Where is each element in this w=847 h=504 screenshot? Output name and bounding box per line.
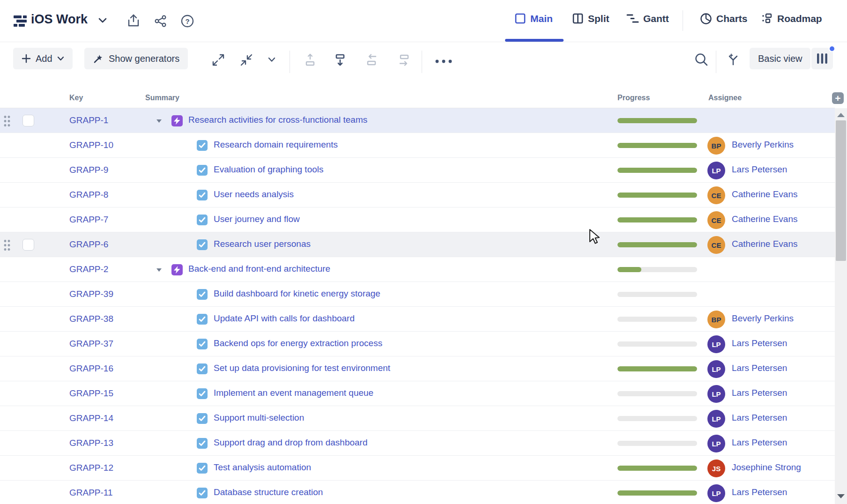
issue-summary[interactable]: Evaluation of graphing tools [214, 164, 324, 175]
issue-key[interactable]: GRAPP-13 [69, 438, 113, 448]
avatar[interactable]: LP [707, 484, 725, 502]
issue-summary[interactable]: Database structure creation [214, 487, 323, 497]
assignee-name[interactable]: Lars Petersen [732, 338, 787, 348]
table-row[interactable]: GRAPP-8 User needs analysis CE Catherine… [0, 183, 835, 208]
columns-button[interactable] [811, 48, 833, 69]
transformations-icon[interactable] [726, 52, 740, 67]
issue-summary[interactable]: Support multi-selection [214, 413, 304, 423]
issue-summary[interactable]: Research activities for cross-functional… [188, 115, 367, 125]
view-selector-button[interactable]: Basic view [750, 48, 810, 69]
show-generators-button[interactable]: Show generators [84, 48, 188, 69]
issue-summary[interactable]: Research user personas [214, 239, 311, 249]
issue-key[interactable]: GRAPP-8 [69, 190, 108, 200]
table-row[interactable]: GRAPP-16 Set up data provisioning for te… [0, 356, 835, 381]
avatar[interactable]: CE [707, 211, 725, 229]
outdent-icon[interactable] [365, 53, 379, 67]
table-row[interactable]: GRAPP-39 Build dashboard for kinetic ene… [0, 282, 835, 307]
issue-summary[interactable]: Build dashboard for kinetic energy stora… [214, 289, 380, 299]
avatar[interactable]: LP [707, 410, 725, 428]
tab-roadmap[interactable]: Roadmap [761, 13, 822, 24]
issue-key[interactable]: GRAPP-16 [69, 363, 113, 374]
chevron-down-icon[interactable] [156, 119, 163, 124]
table-row[interactable]: GRAPP-14 Support multi-selection LP Lars… [0, 406, 835, 431]
drag-handle-icon[interactable] [3, 115, 11, 127]
issue-key[interactable]: GRAPP-12 [69, 463, 113, 473]
table-row[interactable]: GRAPP-1 Research activities for cross-fu… [0, 108, 835, 133]
avatar[interactable]: LP [707, 360, 725, 378]
issue-key[interactable]: GRAPP-15 [69, 388, 113, 399]
assignee-name[interactable]: Lars Petersen [732, 413, 787, 423]
issue-summary[interactable]: Test analysis automation [214, 462, 311, 473]
column-header-summary[interactable]: Summary [145, 94, 179, 102]
table-row[interactable]: GRAPP-12 Test analysis automation JS Jos… [0, 456, 835, 481]
tab-main[interactable]: Main [514, 13, 553, 24]
assignee-name[interactable]: Lars Petersen [732, 437, 787, 448]
chevron-down-icon[interactable] [98, 18, 107, 23]
table-row[interactable]: GRAPP-13 Support drag and drop from dash… [0, 431, 835, 456]
avatar[interactable]: JS [707, 460, 725, 477]
tab-gantt[interactable]: Gantt [626, 13, 669, 24]
add-button[interactable]: Add [13, 48, 73, 69]
avatar[interactable]: LP [707, 435, 725, 452]
table-row[interactable]: GRAPP-11 Database structure creation LP … [0, 481, 835, 504]
assignee-name[interactable]: Lars Petersen [732, 363, 787, 373]
avatar[interactable]: BP [707, 311, 725, 328]
issue-key[interactable]: GRAPP-9 [69, 165, 108, 175]
row-select-checkbox[interactable] [22, 115, 34, 126]
vertical-scrollbar[interactable] [835, 108, 847, 504]
assignee-name[interactable]: Lars Petersen [732, 487, 787, 497]
avatar[interactable]: LP [707, 385, 725, 403]
issue-key[interactable]: GRAPP-11 [69, 488, 113, 498]
scroll-down-arrow-icon[interactable] [837, 494, 845, 498]
search-icon[interactable] [694, 52, 708, 67]
more-options-icon[interactable] [435, 59, 453, 64]
share-icon[interactable] [155, 15, 167, 27]
help-icon[interactable]: ? [181, 15, 194, 28]
assignee-name[interactable]: Beverly Perkins [732, 140, 794, 150]
indent-icon[interactable] [397, 53, 410, 67]
issue-key[interactable]: GRAPP-7 [69, 215, 108, 225]
issue-key[interactable]: GRAPP-2 [69, 264, 108, 274]
expand-all-icon[interactable] [212, 53, 225, 67]
tab-split[interactable]: Split [572, 13, 609, 24]
structure-title[interactable]: iOS Work [31, 12, 88, 27]
avatar[interactable]: LP [707, 335, 725, 353]
assignee-name[interactable]: Catherine Evans [732, 214, 797, 224]
column-header-assignee[interactable]: Assignee [708, 94, 742, 102]
tab-charts[interactable]: Charts [700, 13, 748, 25]
issue-key[interactable]: GRAPP-10 [69, 140, 113, 150]
table-row[interactable]: GRAPP-38 Update API with calls for dashb… [0, 307, 835, 332]
issue-key[interactable]: GRAPP-37 [69, 339, 113, 349]
avatar[interactable]: CE [707, 236, 725, 254]
issue-key[interactable]: GRAPP-39 [69, 289, 113, 299]
row-select-checkbox[interactable] [22, 239, 34, 251]
add-column-button[interactable]: + [832, 92, 844, 104]
table-row[interactable]: GRAPP-10 Research domain requirements BP… [0, 133, 835, 158]
table-row[interactable]: GRAPP-2 Back-end and front-end architect… [0, 257, 835, 282]
issue-summary[interactable]: User needs analysis [214, 189, 294, 200]
move-down-icon[interactable] [334, 53, 347, 67]
issue-summary[interactable]: Research domain requirements [214, 140, 338, 150]
issue-key[interactable]: GRAPP-14 [69, 413, 113, 423]
assignee-name[interactable]: Catherine Evans [732, 189, 797, 200]
avatar[interactable]: LP [707, 162, 725, 179]
issue-key[interactable]: GRAPP-1 [69, 115, 108, 126]
issue-summary[interactable]: Update API with calls for dashboard [214, 313, 355, 324]
table-row[interactable]: GRAPP-6 Research user personas CE Cather… [0, 232, 835, 257]
issue-summary[interactable]: Support drag and drop from dashboard [214, 437, 368, 448]
avatar[interactable]: BP [707, 137, 725, 155]
issue-summary[interactable]: Implement an event management queue [214, 388, 373, 398]
drag-handle-icon[interactable] [3, 239, 11, 252]
scrollbar-thumb[interactable] [836, 120, 846, 261]
table-row[interactable]: GRAPP-9 Evaluation of graphing tools LP … [0, 158, 835, 183]
table-row[interactable]: GRAPP-15 Implement an event management q… [0, 381, 835, 406]
chevron-down-icon[interactable] [268, 57, 275, 62]
assignee-name[interactable]: Catherine Evans [732, 239, 797, 249]
avatar[interactable]: CE [707, 186, 725, 204]
assignee-name[interactable]: Beverly Perkins [732, 313, 794, 324]
issue-summary[interactable]: User journey and flow [214, 214, 300, 224]
column-header-key[interactable]: Key [69, 94, 83, 102]
table-row[interactable]: GRAPP-37 Backend ops for energy extracti… [0, 332, 835, 356]
assignee-name[interactable]: Lars Petersen [732, 164, 787, 175]
assignee-name[interactable]: Lars Petersen [732, 388, 787, 398]
